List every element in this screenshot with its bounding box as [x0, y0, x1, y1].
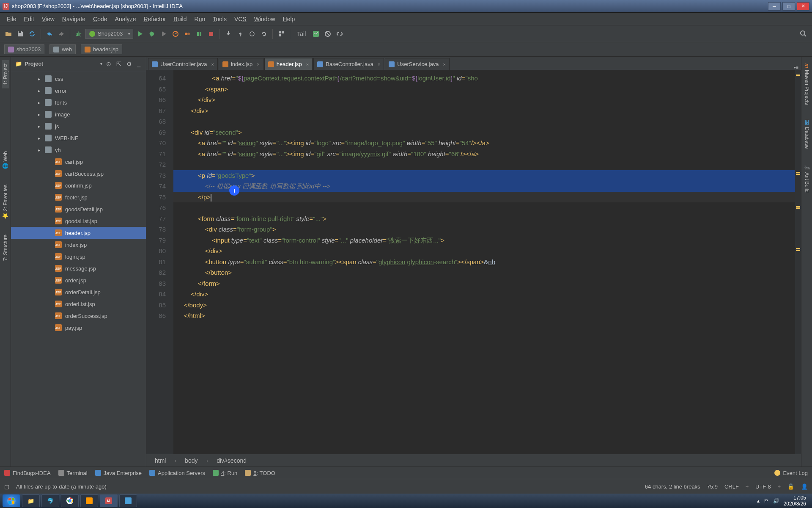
vcs-history-icon[interactable]	[247, 29, 257, 39]
tree-item-css[interactable]: ▸css	[11, 73, 146, 85]
tray-volume-icon[interactable]: 🔊	[773, 498, 779, 504]
rail-favorites[interactable]: ⭐ 2: Favorites	[2, 181, 9, 223]
tool-run[interactable]: 4: Run	[213, 470, 237, 476]
task-chrome[interactable]	[61, 494, 79, 507]
editor-tab-index-jsp[interactable]: index.jsp×	[219, 58, 263, 70]
save-icon[interactable]	[15, 29, 25, 39]
task-app1[interactable]: 🐬	[41, 494, 59, 507]
tray-expand-icon[interactable]: ▴	[757, 498, 760, 504]
tab-dropdown-icon[interactable]: ▾≡	[794, 65, 798, 70]
menu-vcs[interactable]: VCS	[231, 14, 250, 24]
close-tab-icon[interactable]: ×	[210, 62, 214, 67]
profile-icon[interactable]	[170, 29, 181, 39]
tool-java-enterprise[interactable]: Java Enterprise	[95, 470, 142, 476]
tree-item-image[interactable]: ▸image	[11, 108, 146, 120]
editor-tab-header-jsp[interactable]: header.jsp×	[264, 58, 313, 70]
rail-ant[interactable]: 🐜 Ant Build	[803, 161, 811, 196]
vcs-commit-icon[interactable]	[235, 29, 245, 39]
rail-maven[interactable]: m Maven Projects	[803, 60, 811, 108]
tree-item-cart-jsp[interactable]: JSPcart.jsp	[11, 156, 146, 168]
close-tab-icon[interactable]: ×	[442, 62, 446, 67]
target-icon[interactable]: ⊙	[105, 61, 112, 67]
tree-item-goodsList-jsp[interactable]: JSPgoodsList.jsp	[11, 215, 146, 227]
menu-tools[interactable]: Tools	[209, 14, 230, 24]
tool-todo[interactable]: 6: TODO	[245, 470, 275, 476]
menu-navigate[interactable]: Navigate	[59, 14, 89, 24]
tree-item-index-jsp[interactable]: JSPindex.jsp	[11, 239, 146, 251]
crumb-div[interactable]: div#second	[217, 457, 247, 464]
tool-event-log[interactable]: Event Log	[774, 470, 808, 476]
chart-icon[interactable]	[311, 29, 321, 39]
task-sublime[interactable]	[80, 494, 98, 507]
close-tab-icon[interactable]: ×	[376, 62, 380, 67]
structure-icon[interactable]	[276, 29, 286, 39]
menu-run[interactable]: Run	[191, 14, 209, 24]
vcs-revert-icon[interactable]	[259, 29, 269, 39]
tree-item-fonts[interactable]: ▸fonts	[11, 97, 146, 108]
tree-item-cartSuccess-jsp[interactable]: JSPcartSuccess.jsp	[11, 168, 146, 179]
project-tree[interactable]: ▸css▸error▸fonts▸image▸js▸WEB-INF▸yhJSPc…	[11, 71, 146, 467]
stop-icon[interactable]	[206, 29, 216, 39]
status-lock-icon[interactable]: 🔓	[787, 483, 794, 490]
link-icon[interactable]	[335, 29, 345, 39]
task-explorer[interactable]: 📁	[22, 494, 40, 507]
tree-item-orderDetail-jsp[interactable]: JSPorderDetail.jsp	[11, 286, 146, 298]
tool-terminal[interactable]: Terminal	[58, 470, 88, 476]
block-icon[interactable]	[323, 29, 333, 39]
breadcrumb-module[interactable]: shop2003	[4, 44, 44, 54]
menu-file[interactable]: File	[3, 14, 20, 24]
code-area[interactable]: <a href="${pageContext.request.contextPa…	[173, 70, 795, 454]
menu-analyze[interactable]: Analyze	[112, 14, 140, 24]
search-icon[interactable]	[798, 29, 809, 39]
concurrency-icon[interactable]	[182, 29, 192, 39]
menu-code[interactable]: Code	[90, 14, 110, 24]
menu-build[interactable]: Build	[170, 14, 190, 24]
task-app2[interactable]	[119, 494, 137, 507]
gear-icon[interactable]: ⚙	[125, 61, 133, 67]
crumb-html[interactable]: html	[155, 457, 166, 464]
task-intellij[interactable]: IJ	[100, 494, 118, 507]
tree-item-goodsDetail-jsp[interactable]: JSPgoodsDetail.jsp	[11, 203, 146, 215]
tree-item-confirm-jsp[interactable]: JSPconfirm.jsp	[11, 179, 146, 191]
tool-findbugs[interactable]: FindBugs-IDEA	[4, 470, 51, 476]
tree-item-login-jsp[interactable]: JSPlogin.jsp	[11, 251, 146, 262]
menu-help[interactable]: Help	[280, 14, 299, 24]
tray-flag-icon[interactable]: 🏳	[764, 498, 769, 504]
status-line-separator[interactable]: CRLF	[724, 483, 739, 490]
close-tab-icon[interactable]: ×	[304, 62, 309, 67]
tree-item-header-jsp[interactable]: JSPheader.jsp	[11, 227, 146, 239]
redo-icon[interactable]	[56, 29, 66, 39]
menu-view[interactable]: View	[38, 14, 58, 24]
tree-item-footer-jsp[interactable]: JSPfooter.jsp	[11, 191, 146, 203]
undo-icon[interactable]	[44, 29, 55, 39]
tree-item-WEB-INF[interactable]: ▸WEB-INF	[11, 132, 146, 144]
rail-structure[interactable]: 7: Structure	[2, 231, 9, 264]
rail-project[interactable]: 1: Project	[2, 60, 9, 88]
rail-database[interactable]: 🗄 Database	[803, 116, 811, 152]
menu-refactor[interactable]: Refactor	[140, 14, 169, 24]
debug-icon[interactable]	[147, 29, 157, 39]
rail-web[interactable]: 🌐 Web	[2, 148, 9, 173]
tool-app-servers[interactable]: Application Servers	[149, 470, 205, 476]
status-hector-icon[interactable]: 👤	[801, 483, 808, 490]
tail-label[interactable]: Tail	[294, 30, 309, 37]
close-tab-icon[interactable]: ×	[255, 62, 259, 67]
error-stripe[interactable]	[795, 70, 801, 454]
crumb-body[interactable]: body	[185, 457, 198, 464]
clock[interactable]: 17:05 2020/8/26	[784, 495, 806, 507]
editor-tab-UserService-java[interactable]: UserService.java×	[385, 58, 450, 70]
start-button[interactable]	[3, 494, 20, 507]
attach-icon[interactable]	[194, 29, 204, 39]
vcs-update-icon[interactable]	[223, 29, 233, 39]
tree-item-error[interactable]: ▸error	[11, 85, 146, 97]
tree-item-js[interactable]: ▸js	[11, 120, 146, 132]
open-icon[interactable]	[3, 29, 14, 39]
menu-window[interactable]: Window	[251, 14, 279, 24]
breadcrumb-file[interactable]: header.jsp	[81, 44, 122, 54]
coverage-run-icon[interactable]	[159, 29, 169, 39]
status-position[interactable]: 75:9	[707, 483, 718, 490]
status-encoding[interactable]: UTF-8	[755, 483, 771, 490]
menu-edit[interactable]: Edit	[21, 14, 38, 24]
editor-tab-BaseController-java[interactable]: BaseController.java×	[313, 58, 384, 70]
tree-item-yh[interactable]: ▸yh	[11, 144, 146, 156]
